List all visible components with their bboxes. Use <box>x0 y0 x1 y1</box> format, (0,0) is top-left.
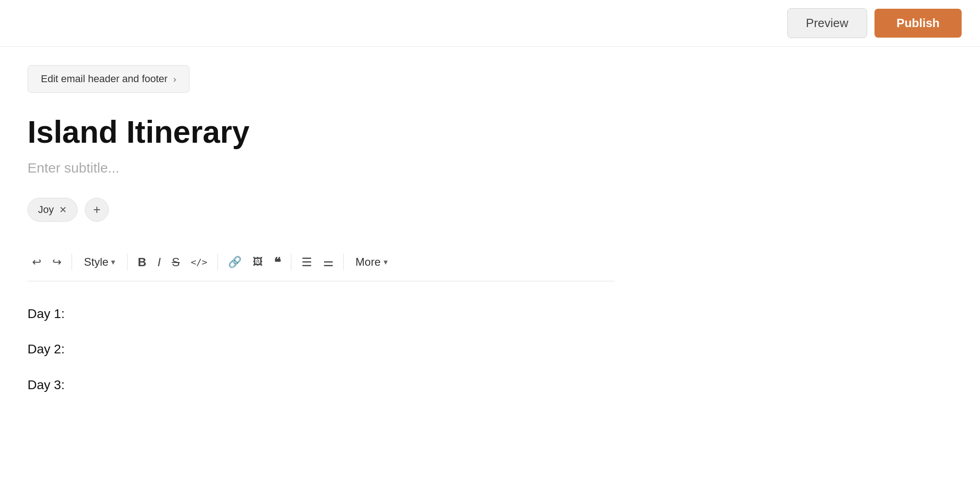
divider-3 <box>217 254 218 270</box>
add-tag-button[interactable]: + <box>85 198 109 222</box>
more-label: More <box>356 256 381 268</box>
image-icon: 🖼 <box>253 256 263 268</box>
content-line-3[interactable]: Day 3: <box>28 371 615 399</box>
redo-icon: ↪ <box>52 256 61 268</box>
italic-button[interactable]: I <box>153 252 165 273</box>
content-area[interactable]: Day 1: Day 2: Day 3: <box>28 300 615 399</box>
style-dropdown-chevron: ▾ <box>111 257 115 267</box>
top-bar: Preview Publish <box>0 0 980 47</box>
tag-label: Joy <box>38 204 54 216</box>
chevron-right-icon: › <box>173 74 176 84</box>
divider-5 <box>343 254 344 270</box>
divider-2 <box>127 254 128 270</box>
edit-email-button[interactable]: Edit email header and footer › <box>28 65 189 93</box>
quote-button[interactable]: ❝ <box>269 251 285 274</box>
content-line-1[interactable]: Day 1: <box>28 300 615 328</box>
tag-remove-button[interactable]: ✕ <box>59 205 67 214</box>
edit-email-label: Edit email header and footer <box>41 73 167 85</box>
code-icon: </> <box>191 257 207 268</box>
divider-4 <box>291 254 291 270</box>
undo-icon: ↩ <box>32 256 41 268</box>
undo-button[interactable]: ↩ <box>28 252 46 272</box>
ol-icon: ⚌ <box>323 255 333 269</box>
link-button[interactable]: 🔗 <box>223 252 246 272</box>
bold-button[interactable]: B <box>133 252 151 273</box>
ordered-list-button[interactable]: ⚌ <box>318 252 338 273</box>
more-dropdown-button[interactable]: More ▾ <box>349 252 394 272</box>
italic-icon: I <box>157 255 161 269</box>
image-button[interactable]: 🖼 <box>248 252 267 272</box>
content-line-2[interactable]: Day 2: <box>28 335 615 363</box>
unordered-list-button[interactable]: ☰ <box>297 252 317 273</box>
style-dropdown-button[interactable]: Style ▾ <box>78 252 122 272</box>
ul-icon: ☰ <box>301 255 312 269</box>
code-button[interactable]: </> <box>186 253 212 271</box>
redo-button[interactable]: ↪ <box>48 252 66 272</box>
tag-joy: Joy ✕ <box>28 198 78 222</box>
strikethrough-icon: S <box>172 255 179 269</box>
publish-button[interactable]: Publish <box>874 9 962 38</box>
more-dropdown-chevron: ▾ <box>384 257 388 267</box>
main-content: Edit email header and footer › Island It… <box>0 47 642 425</box>
link-icon: 🔗 <box>228 256 242 268</box>
divider-1 <box>72 254 72 270</box>
bold-icon: B <box>138 255 146 269</box>
quote-icon: ❝ <box>274 255 281 270</box>
style-label: Style <box>84 256 108 268</box>
editor-toolbar: ↩ ↪ Style ▾ B I S </> 🔗 🖼 ❝ <box>28 244 615 281</box>
tags-area: Joy ✕ + <box>28 198 615 222</box>
strikethrough-button[interactable]: S <box>167 252 184 273</box>
post-title[interactable]: Island Itinerary <box>28 115 615 149</box>
preview-button[interactable]: Preview <box>787 8 867 38</box>
post-subtitle-placeholder[interactable]: Enter subtitle... <box>28 160 615 176</box>
